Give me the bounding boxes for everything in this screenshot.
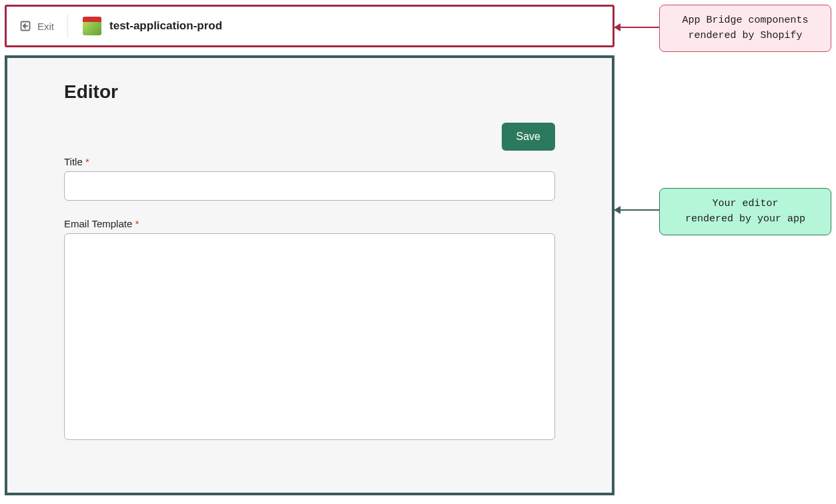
app-bridge-topbar-region: Exit test-application-prod: [5, 5, 614, 47]
app-title-area: test-application-prod: [68, 17, 222, 35]
required-marker: *: [85, 156, 89, 167]
save-row: Save: [64, 123, 555, 151]
callout-app-bridge: App Bridge components rendered by Shopif…: [659, 5, 831, 52]
email-template-label: Email Template *: [64, 218, 555, 229]
email-template-label-text: Email Template: [64, 218, 132, 229]
exit-button[interactable]: Exit: [7, 7, 67, 45]
callout-your-editor: Your editor rendered by your app: [659, 188, 831, 235]
top-bar: Exit test-application-prod: [7, 7, 612, 45]
arrow-to-editor: [614, 209, 659, 211]
app-title: test-application-prod: [109, 19, 222, 33]
page-title: Editor: [64, 81, 555, 103]
required-marker: *: [135, 218, 139, 229]
editor-region: Editor Save Title * Email Template *: [5, 55, 614, 495]
title-label-text: Title: [64, 156, 83, 167]
save-button[interactable]: Save: [502, 123, 555, 151]
arrow-to-topbar: [614, 27, 659, 28]
app-icon: [83, 17, 101, 35]
exit-label: Exit: [37, 21, 54, 32]
title-label: Title *: [64, 156, 555, 167]
email-template-input[interactable]: [64, 233, 555, 440]
exit-icon: [19, 19, 32, 33]
title-input[interactable]: [64, 171, 555, 201]
